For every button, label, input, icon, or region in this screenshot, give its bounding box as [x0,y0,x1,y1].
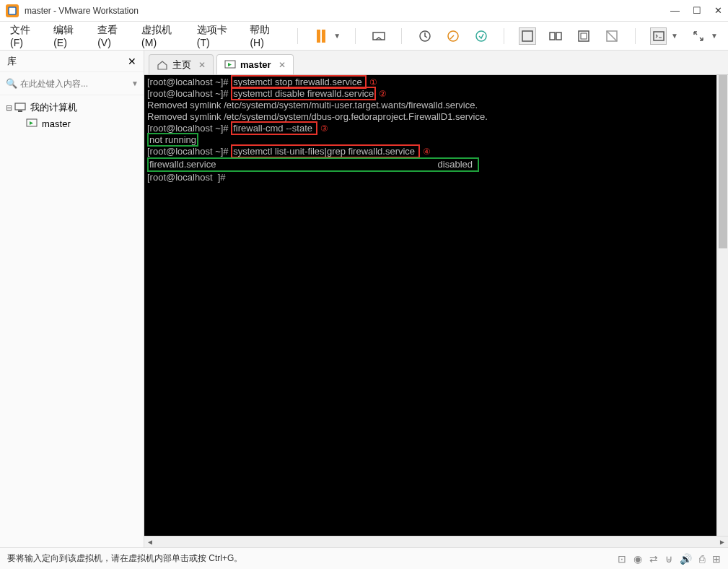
statusbar: 要将输入定向到该虚拟机，请在虚拟机内部单击或按 Ctrl+G。 ⊡ ◉ ⇄ ⊎ … [0,547,728,569]
cmd-4: systemctl list-unit-files|grep firewalld… [233,146,418,157]
app-logo [6,4,19,17]
output-not-running: not running [149,134,196,145]
menu-view[interactable]: 查看(V) [97,24,130,48]
cmd-2: systemctl disable firewalld.service [233,88,374,99]
tab-master[interactable]: master ✕ [216,54,294,74]
tree-root-label: 我的计算机 [30,101,77,114]
close-button[interactable]: ✕ [714,5,722,16]
svg-rect-14 [18,110,22,112]
svg-rect-0 [9,7,16,14]
revert-button[interactable] [473,27,489,45]
disk-icon[interactable]: ⊡ [618,553,626,565]
status-icons: ⊡ ◉ ⇄ ⊎ 🔊 ⎙ ⊞ [618,553,721,565]
vertical-scrollbar[interactable] [716,75,728,536]
tab-home-close[interactable]: ✕ [198,60,206,70]
svg-marker-18 [228,63,232,66]
window-title: master - VMware Workstation [25,6,670,16]
horizontal-scrollbar[interactable]: ◄ ► [144,536,728,547]
output-box-2: firewalld.servicedisabled [147,157,479,172]
scrollbar-thumb[interactable] [719,75,727,248]
output-disabled: disabled [438,159,477,170]
separator [504,28,504,44]
main-area: 库 ✕ 🔍 ▼ ⊟ 我的计算机 master 主页 ✕ [0,51,728,547]
svg-marker-16 [30,121,33,125]
tab-home[interactable]: 主页 ✕ [149,54,214,74]
vm-icon [26,118,39,129]
console-wrapper: [root@localhost ~]# systemctl stop firew… [144,75,728,547]
vm-console[interactable]: [root@localhost ~]# systemctl stop firew… [144,75,728,536]
annotation-4: ④ [423,147,431,157]
svg-rect-7 [556,32,561,40]
separator [635,28,636,44]
library-header: 库 ✕ [0,51,144,72]
view-multi-button[interactable] [548,27,564,45]
scroll-left-arrow[interactable]: ◄ [144,537,156,547]
scroll-track[interactable] [156,537,716,547]
minimize-button[interactable]: — [670,5,680,16]
cd-icon[interactable]: ◉ [633,553,642,565]
tree-root-my-computer[interactable]: ⊟ 我的计算机 [6,100,138,116]
pause-button[interactable] [312,27,329,45]
svg-rect-6 [550,32,555,40]
cmd-box-2: systemctl disable firewalld.service [231,87,376,100]
stretch-dropdown[interactable]: ▼ [711,32,718,40]
menu-file[interactable]: 文件(F) [10,24,42,48]
menu-edit[interactable]: 编辑(E) [53,24,86,48]
library-title: 库 [7,55,17,68]
prompt: [root@localhost ~]# [147,146,231,157]
scroll-right-arrow[interactable]: ► [716,537,728,547]
console-dropdown[interactable]: ▼ [671,32,678,40]
svg-rect-5 [522,31,532,41]
home-icon [157,60,168,70]
menubar: 文件(F) 编辑(E) 查看(V) 虚拟机(M) 选项卡(T) 帮助(H) ▼ … [0,22,728,51]
pause-dropdown[interactable]: ▼ [333,32,341,40]
svg-rect-9 [581,33,587,39]
tree-vm-master[interactable]: master [6,116,138,131]
fullscreen-button[interactable] [576,27,592,45]
menu-tabs[interactable]: 选项卡(T) [197,24,239,48]
status-text: 要将输入定向到该虚拟机，请在虚拟机内部单击或按 Ctrl+G。 [7,552,242,565]
svg-rect-1 [373,32,385,40]
output-service-name: firewalld.service [149,159,216,170]
maximize-button[interactable]: ☐ [693,5,701,16]
menu-help[interactable]: 帮助(H) [250,24,283,48]
tree-vm-label: master [42,118,71,129]
tab-home-label: 主页 [172,58,191,71]
stretch-button[interactable] [690,27,706,45]
send-cad-button[interactable] [370,27,387,45]
vm-icon [224,60,236,70]
network-icon[interactable]: ⇄ [649,553,658,565]
message-icon[interactable]: ⊞ [712,553,721,565]
output-line: Removed symlink /etc/systemd/system/mult… [147,100,725,111]
separator [401,28,402,44]
printer-icon[interactable]: ⎙ [699,553,705,565]
snapshot-button[interactable] [416,27,433,45]
snapshot-manage-button[interactable] [444,27,461,45]
separator [297,28,298,44]
library-close-button[interactable]: ✕ [128,56,136,67]
svg-point-4 [476,31,486,41]
usb-icon[interactable]: ⊎ [665,553,672,565]
tab-master-close[interactable]: ✕ [279,60,286,70]
cmd-box-3: firewall-cmd --state [231,121,317,135]
prompt: [root@localhost ~]# [147,77,231,87]
window-controls: — ☐ ✕ [670,5,722,16]
search-icon: 🔍 [6,78,17,89]
prompt: [root@localhost ~]# [147,88,231,99]
output-box-1: not running [147,133,198,147]
library-search: 🔍 ▼ [0,72,144,95]
tree-toggle[interactable]: ⊟ [6,103,14,113]
sound-icon[interactable]: 🔊 [680,553,692,565]
svg-rect-8 [579,31,589,41]
cmd-box-4: systemctl list-unit-files|grep firewalld… [231,144,420,158]
search-dropdown[interactable]: ▼ [131,79,139,87]
console-button[interactable] [650,27,667,45]
search-input[interactable] [20,79,128,89]
view-single-button[interactable] [519,27,535,45]
library-sidebar: 库 ✕ 🔍 ▼ ⊟ 我的计算机 master [0,51,144,547]
titlebar: master - VMware Workstation — ☐ ✕ [0,0,728,22]
unity-button[interactable] [604,27,620,45]
menu-vm[interactable]: 虚拟机(M) [141,24,185,48]
cmd-3: firewall-cmd --state [233,123,315,134]
library-tree: ⊟ 我的计算机 master [0,95,144,136]
